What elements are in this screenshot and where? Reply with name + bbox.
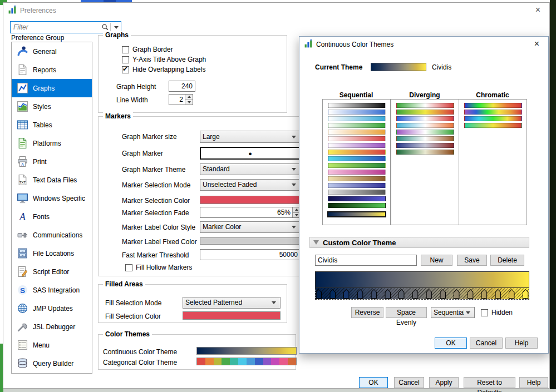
sidebar-item-menu[interactable]: Menu <box>12 336 92 354</box>
graph-marker-picker[interactable]: ● <box>200 147 301 160</box>
dialog-help-button[interactable]: Help <box>505 338 538 349</box>
color-theme-swatch[interactable] <box>464 116 522 121</box>
gradient-stop-handle[interactable] <box>426 289 432 299</box>
delete-button[interactable]: Delete <box>490 255 524 266</box>
gradient-stop-handle[interactable] <box>468 289 474 299</box>
sidebar-item-windows-specific[interactable]: Windows Specific <box>12 189 92 207</box>
dialog-close-button[interactable]: × <box>532 39 542 49</box>
color-theme-swatch[interactable] <box>464 123 522 128</box>
color-theme-swatch[interactable] <box>328 170 386 175</box>
theme-name-input[interactable] <box>315 255 417 266</box>
hidden-checkbox[interactable]: Hidden <box>481 309 513 316</box>
save-button[interactable]: Save <box>457 255 487 266</box>
arrow-down-icon[interactable] <box>185 100 193 105</box>
fill-hollow-markers-checkbox[interactable]: Fill Hollow Markers <box>125 264 192 271</box>
fill-selection-mode-select[interactable]: Selected Patterned <box>183 297 281 309</box>
fill-selection-color-swatch[interactable] <box>183 311 281 320</box>
color-theme-swatch[interactable] <box>396 130 454 135</box>
color-theme-swatch[interactable] <box>328 196 386 201</box>
color-theme-swatch[interactable] <box>328 176 386 181</box>
ok-button[interactable]: OK <box>359 377 388 388</box>
gradient-stop-handle[interactable] <box>398 289 405 299</box>
color-theme-swatch[interactable] <box>396 123 454 128</box>
gradient-stop-handle[interactable] <box>316 289 322 299</box>
gradient-stop-handle[interactable] <box>495 289 501 299</box>
categorical-color-theme-swatch[interactable] <box>196 358 297 365</box>
sidebar-item-graphs[interactable]: Graphs <box>12 79 92 97</box>
color-theme-swatch[interactable] <box>328 143 386 148</box>
gradient-editor-bar[interactable] <box>315 271 529 288</box>
dialog-cancel-button[interactable]: Cancel <box>470 338 503 349</box>
color-theme-swatch[interactable] <box>328 136 386 141</box>
sidebar-item-styles[interactable]: Styles <box>12 97 92 116</box>
hide-overlapping-labels-checkbox[interactable]: Hide Overlapping Labels <box>122 66 205 73</box>
reverse-button[interactable]: Reverse <box>351 307 383 318</box>
sidebar-item-file-locations[interactable]: File Locations <box>12 244 92 262</box>
color-theme-swatch[interactable] <box>396 143 454 148</box>
dialog-ok-button[interactable]: OK <box>435 338 467 349</box>
graph-border-checkbox[interactable]: Graph Border <box>122 46 173 53</box>
gradient-stop-handle[interactable] <box>509 289 515 299</box>
yaxis-title-checkbox[interactable]: Y-Axis Title Above Graph <box>122 56 206 63</box>
sidebar-item-script-editor[interactable]: Script Editor <box>12 262 92 281</box>
sidebar-item-communications[interactable]: Communications <box>12 226 92 244</box>
gradient-stop-handle[interactable] <box>329 289 336 299</box>
marker-selection-color-swatch[interactable] <box>200 196 301 204</box>
preferences-titlebar[interactable]: Preferences × <box>3 3 549 18</box>
color-theme-swatch[interactable] <box>328 150 386 155</box>
color-theme-swatch[interactable] <box>328 183 386 188</box>
color-theme-swatch[interactable] <box>328 203 386 208</box>
color-theme-swatch[interactable] <box>396 150 454 155</box>
graph-marker-theme-select[interactable]: Standard <box>200 163 301 175</box>
color-theme-swatch[interactable] <box>328 110 386 115</box>
marker-label-color-style-select[interactable]: Marker Color <box>200 221 301 233</box>
gradient-stop-handle[interactable] <box>343 289 350 299</box>
gradient-stop-handle[interactable] <box>357 289 363 299</box>
sidebar-item-jsl-debugger[interactable]: JSL Debugger <box>12 317 92 336</box>
reset-to-defaults-button[interactable]: Reset to Defaults <box>464 377 515 388</box>
theme-type-select[interactable]: Sequential <box>431 307 475 318</box>
color-theme-swatch[interactable] <box>328 103 386 108</box>
continuous-color-theme-swatch[interactable] <box>196 347 297 355</box>
color-theme-swatch[interactable] <box>464 110 522 115</box>
custom-color-theme-header[interactable]: Custom Color Theme <box>309 237 529 248</box>
color-theme-swatch[interactable] <box>396 116 454 121</box>
color-theme-swatch[interactable] <box>328 116 386 121</box>
color-theme-swatch[interactable] <box>396 103 454 108</box>
help-button[interactable]: Help <box>519 377 548 388</box>
color-theme-swatch[interactable] <box>328 156 386 161</box>
apply-button[interactable]: Apply <box>429 377 459 388</box>
graph-marker-size-select[interactable]: Large <box>200 131 301 143</box>
color-theme-swatch[interactable] <box>327 211 386 217</box>
marker-label-fixed-color-swatch[interactable] <box>200 237 301 245</box>
gradient-stops-strip[interactable] <box>315 288 529 300</box>
dialog-titlebar[interactable]: Continuous Color Themes × <box>299 37 548 52</box>
fast-marker-threshold-input[interactable]: 50000 <box>200 249 301 260</box>
color-theme-swatch[interactable] <box>464 103 522 108</box>
color-theme-swatch[interactable] <box>396 136 454 141</box>
sidebar-item-reports[interactable]: Reports <box>12 61 92 79</box>
gradient-stop-handle[interactable] <box>523 289 529 299</box>
space-evenly-button[interactable]: Space Evenly <box>386 307 427 318</box>
line-width-stepper[interactable]: 2 <box>169 94 193 105</box>
color-theme-swatch[interactable] <box>328 163 386 168</box>
gradient-stop-handle[interactable] <box>454 289 460 299</box>
sidebar-item-sas-integration[interactable]: S SAS Integration <box>12 281 92 299</box>
gradient-stop-handle[interactable] <box>412 289 419 299</box>
sidebar-item-text-data-files[interactable]: TXT Text Data Files <box>12 171 92 189</box>
sidebar-item-fonts[interactable]: A Fonts <box>12 207 92 226</box>
marker-selection-fade-stepper[interactable]: 65% <box>200 207 301 218</box>
gradient-stop-handle[interactable] <box>385 289 391 299</box>
color-theme-swatch[interactable] <box>328 190 386 195</box>
sidebar-item-print[interactable]: A Print <box>12 152 92 171</box>
gradient-stop-handle[interactable] <box>440 289 446 299</box>
sidebar-item-tables[interactable]: Tables <box>12 116 92 134</box>
arrow-up-icon[interactable] <box>185 95 193 100</box>
sidebar-item-jmp-updates[interactable]: JMP Updates <box>12 299 92 317</box>
color-theme-swatch[interactable] <box>396 110 454 115</box>
cancel-button[interactable]: Cancel <box>394 377 424 388</box>
gradient-stop-handle[interactable] <box>481 289 487 299</box>
sidebar-item-platforms[interactable]: Platforms <box>12 134 92 152</box>
color-theme-swatch[interactable] <box>328 130 386 135</box>
sidebar-item-query-builder[interactable]: Query Builder <box>12 354 92 373</box>
